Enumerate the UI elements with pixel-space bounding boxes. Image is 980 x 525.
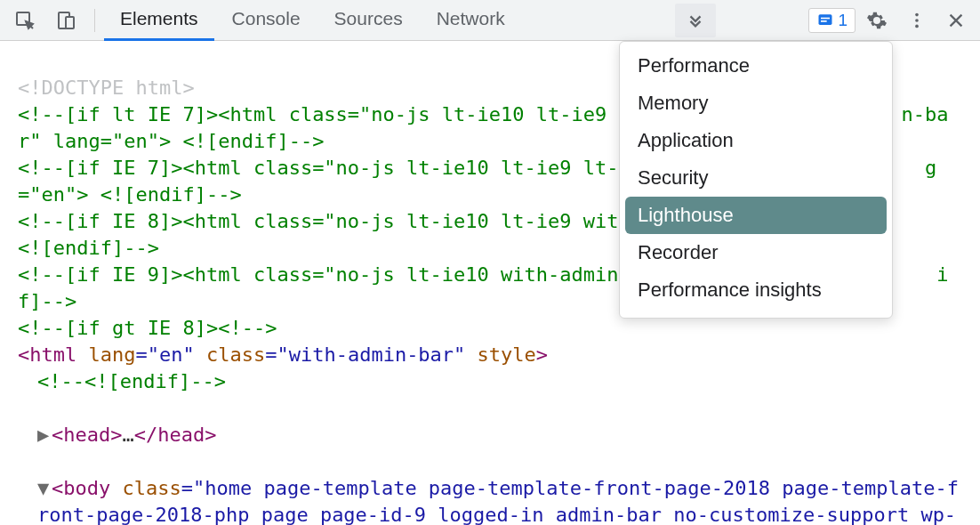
menu-item-application[interactable]: Application [620,122,892,159]
menu-item-lighthouse[interactable]: Lighthouse [625,197,887,234]
menu-item-recorder[interactable]: Recorder [620,234,892,271]
comment-line: <!--[if gt IE 8]><!--> [18,317,277,339]
tab-elements[interactable]: Elements [104,0,214,41]
more-tabs-button[interactable] [675,4,716,37]
tab-network[interactable]: Network [421,0,521,41]
devtools-toolbar: Elements Console Sources Network 1 [0,0,980,41]
tab-sources[interactable]: Sources [318,0,419,41]
menu-item-memory[interactable]: Memory [620,85,892,122]
svg-point-6 [915,12,919,16]
comment-line: <!--<![endif]--> [37,370,226,392]
svg-point-8 [915,24,919,28]
inspect-element-icon[interactable] [5,4,44,37]
head-element[interactable]: ▶<head>…</head> [18,422,968,448]
device-toggle-icon[interactable] [46,4,85,37]
divider [94,9,95,32]
tab-console[interactable]: Console [216,0,317,41]
settings-gear-icon[interactable] [857,4,896,37]
svg-rect-2 [66,17,74,28]
issues-badge[interactable]: 1 [808,8,855,33]
collapse-arrow-icon[interactable]: ▼ [37,475,52,502]
svg-rect-5 [821,20,827,22]
svg-rect-4 [821,17,830,19]
menu-item-performance[interactable]: Performance [620,47,892,85]
menu-item-performance-insights[interactable]: Performance insights [620,271,892,309]
menu-item-security[interactable]: Security [620,159,892,197]
kebab-menu-icon[interactable] [898,4,936,37]
issues-count: 1 [838,11,847,30]
html-open-tag[interactable]: <html lang="en" class="with-admin-bar" s… [18,343,548,366]
svg-rect-3 [819,14,832,25]
doctype-line: <!DOCTYPE html> [18,77,195,99]
svg-point-7 [915,19,919,22]
close-icon[interactable] [937,4,975,37]
body-element[interactable]: ▼<body class="home page-template page-te… [18,475,968,525]
tabs-overflow-menu: Performance Memory Application Security … [619,41,893,319]
expand-arrow-icon[interactable]: ▶ [37,422,52,448]
